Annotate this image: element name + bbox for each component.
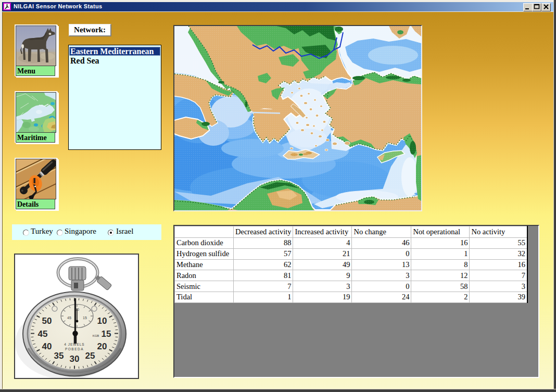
svg-text:35: 35 (54, 351, 64, 361)
svg-text:50: 50 (42, 316, 52, 326)
svg-text:20: 20 (97, 342, 107, 351)
svg-text:15: 15 (83, 316, 87, 320)
svg-text:45: 45 (38, 329, 48, 339)
svg-text:15: 15 (102, 329, 111, 339)
svg-text:45: 45 (67, 316, 71, 320)
svg-text:POBEDA: POBEDA (65, 347, 84, 351)
svg-text:KGB: KGB (93, 334, 99, 337)
svg-text:10: 10 (97, 316, 107, 326)
svg-text:30: 30 (70, 354, 80, 364)
svg-text:40: 40 (42, 342, 52, 351)
svg-text:25: 25 (85, 351, 95, 361)
